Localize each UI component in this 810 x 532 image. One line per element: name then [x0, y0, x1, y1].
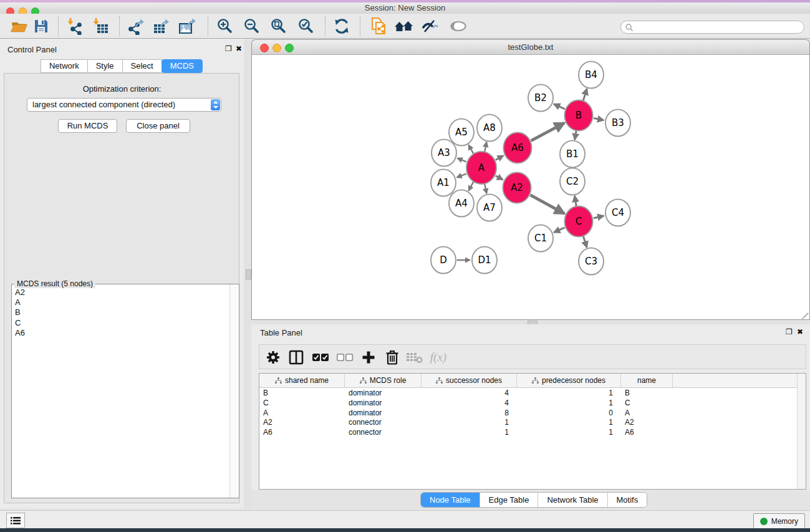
edge-A-A7[interactable] [485, 183, 486, 193]
tab-motifs[interactable]: Motifs [607, 493, 647, 507]
column-header-successor-nodes[interactable]: successor nodes [422, 374, 517, 387]
node-C3[interactable]: C3 [579, 248, 604, 275]
float-panel-icon[interactable]: ❐ [225, 44, 232, 53]
node-B1[interactable]: B1 [560, 141, 585, 168]
table-cell[interactable]: dominator [345, 398, 422, 408]
close-panel-icon[interactable]: ✖ [236, 44, 242, 53]
delete-icon[interactable] [382, 347, 403, 367]
show-graphics-icon[interactable] [419, 16, 441, 36]
node-B3[interactable]: B3 [605, 110, 630, 137]
table-row[interactable]: Cdominator41C [259, 398, 806, 408]
export-network-icon[interactable] [125, 16, 148, 36]
node-B4[interactable]: B4 [579, 62, 604, 89]
criterion-select[interactable]: largest connected component (directed) [27, 98, 221, 112]
table-cell[interactable]: A6 [621, 427, 673, 437]
table-cell[interactable]: 8 [422, 408, 517, 418]
column-header-name[interactable]: name [621, 374, 673, 387]
edge-B-B3[interactable] [594, 118, 604, 120]
add-icon[interactable] [358, 347, 379, 367]
table-close-panel-icon[interactable]: ✖ [797, 327, 803, 336]
node-A[interactable]: A [466, 152, 496, 184]
zoom-out-icon[interactable] [241, 16, 263, 36]
network-window-titlebar[interactable]: testGlobe.txt [251, 39, 810, 55]
tab-edge-table[interactable]: Edge Table [480, 493, 538, 507]
network-canvas[interactable]: B4B2BB3A8A5A6A3B1AC2A1A2A4A7C4CC1C3DD1 [251, 55, 810, 320]
export-table-icon[interactable] [150, 16, 173, 36]
eye-icon[interactable] [447, 16, 470, 36]
node-A5[interactable]: A5 [449, 119, 474, 146]
edge-B-B4[interactable] [583, 89, 587, 100]
table-cell[interactable]: 1 [422, 427, 517, 437]
zoom-in-icon[interactable] [214, 16, 236, 36]
task-history-button[interactable] [6, 513, 25, 528]
node-C4[interactable]: C4 [605, 200, 630, 226]
table-scrollbar[interactable] [797, 374, 806, 489]
tab-mcds[interactable]: MCDS [162, 59, 203, 73]
node-B[interactable]: B [565, 100, 593, 131]
edge-A-A3[interactable] [458, 158, 466, 162]
search-input[interactable] [634, 22, 804, 33]
zoom-selected-icon[interactable] [295, 16, 317, 36]
edge-C-C2[interactable] [575, 196, 577, 206]
node-C[interactable]: C [565, 206, 593, 237]
memory-button[interactable]: Memory [753, 513, 805, 529]
table-cell[interactable]: 1 [422, 417, 517, 427]
table-cell[interactable]: C [621, 398, 673, 408]
node-D1[interactable]: D1 [472, 247, 497, 274]
edge-B-B1[interactable] [575, 130, 576, 140]
edge-A-A8[interactable] [485, 142, 486, 152]
edge-C-C1[interactable] [554, 228, 564, 233]
edge-A-A4[interactable] [468, 182, 473, 191]
save-icon[interactable] [30, 16, 52, 36]
table-float-panel-icon[interactable]: ❐ [786, 327, 793, 336]
columns-icon[interactable] [286, 347, 307, 367]
tab-network[interactable]: Network [41, 59, 88, 73]
node-C1[interactable]: C1 [528, 225, 553, 252]
edge-A-A2[interactable] [496, 176, 503, 180]
tab-style[interactable]: Style [87, 59, 123, 73]
gear-icon[interactable] [263, 347, 284, 367]
result-scrollbar[interactable] [229, 284, 239, 498]
edge-A-A1[interactable] [457, 174, 466, 178]
table-cell[interactable]: A6 [259, 427, 345, 437]
deselect-all-icon[interactable] [334, 347, 355, 367]
search-field[interactable] [620, 21, 804, 34]
edge-C-C3[interactable] [583, 236, 587, 247]
edge-A-A6[interactable] [496, 156, 503, 160]
table-cell[interactable]: 1 [517, 398, 621, 408]
edge-C-C4[interactable] [594, 216, 604, 218]
table-cell[interactable]: 1 [517, 388, 621, 398]
tab-network-table[interactable]: Network Table [538, 493, 607, 507]
column-header-shared-name[interactable]: shared name [259, 374, 345, 387]
resize-grip-icon[interactable] [800, 310, 808, 318]
run-mcds-button[interactable]: Run MCDS [58, 119, 117, 133]
vertical-divider-handle[interactable] [246, 269, 251, 279]
table-cell[interactable]: A [621, 408, 673, 418]
node-A4[interactable]: A4 [449, 190, 474, 217]
table-row[interactable]: Adominator80A [259, 408, 806, 418]
table-cell[interactable]: 0 [517, 408, 621, 418]
home-icon[interactable] [393, 16, 415, 36]
node-C2[interactable]: C2 [560, 168, 585, 195]
node-A7[interactable]: A7 [477, 195, 502, 221]
close-panel-button[interactable]: Close panel [126, 119, 190, 133]
edge-A-A5[interactable] [468, 145, 473, 153]
table-cell[interactable]: A2 [621, 417, 673, 427]
node-B2[interactable]: B2 [528, 85, 553, 112]
tab-select[interactable]: Select [122, 59, 162, 73]
zoom-fit-icon[interactable] [268, 16, 290, 36]
edge-B-B2[interactable] [554, 104, 565, 109]
refresh-icon[interactable] [330, 16, 353, 36]
table-row[interactable]: Bdominator41B [259, 388, 806, 398]
table-cell[interactable]: A2 [259, 417, 345, 427]
table-cell[interactable]: 1 [517, 417, 621, 427]
node-D[interactable]: D [431, 247, 456, 274]
node-A6[interactable]: A6 [504, 133, 532, 163]
open-folder-icon[interactable] [8, 16, 31, 36]
column-header-predecessor-nodes[interactable]: predecessor nodes [517, 374, 621, 387]
node-A1[interactable]: A1 [431, 170, 456, 196]
import-network-icon[interactable] [64, 16, 86, 36]
node-A2[interactable]: A2 [503, 173, 531, 203]
table-cell[interactable]: A [259, 408, 345, 418]
table-row[interactable]: A6connector11A6 [259, 427, 806, 437]
